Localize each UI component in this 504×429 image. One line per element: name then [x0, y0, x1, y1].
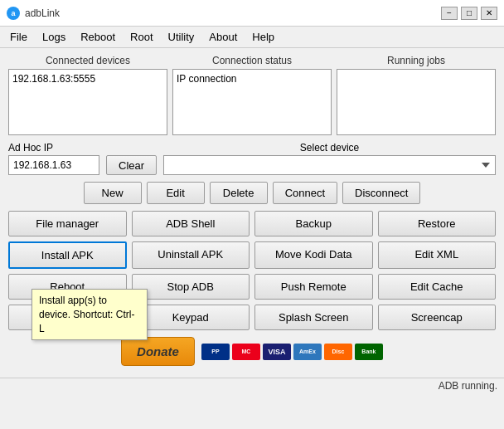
menu-root[interactable]: Root — [124, 28, 159, 46]
connection-status-box: IP connection — [172, 69, 332, 135]
status-bar: ADB running. — [0, 378, 504, 393]
connection-status-label: Connection status — [172, 55, 332, 66]
move-kodi-data-button[interactable]: Move Kodi Data — [254, 241, 373, 269]
connected-devices-box: 192.168.1.63:5555 — [8, 69, 167, 135]
running-jobs-panel: Running jobs — [337, 55, 496, 135]
device-select[interactable] — [163, 155, 496, 175]
visa-icon: VISA — [263, 344, 291, 360]
screencap-button[interactable]: Screencap — [378, 305, 497, 330]
payment-icons: PP MC VISA AmEx Disc Bank — [201, 344, 383, 360]
maximize-button[interactable]: □ — [461, 7, 477, 20]
stop-adb-button[interactable]: Stop ADB — [132, 274, 250, 300]
restore-button[interactable]: Restore — [378, 211, 497, 236]
keypad-button[interactable]: Keypad — [132, 305, 250, 330]
connected-devices-panel: Connected devices 192.168.1.63:5555 — [8, 55, 167, 135]
connection-status-value: IP connection — [177, 73, 327, 85]
adb-shell-button[interactable]: ADB Shell — [132, 211, 250, 236]
clear-button[interactable]: Clear — [106, 155, 157, 175]
title-bar-text: adbLink — [25, 7, 441, 19]
action-buttons-row: New Edit Delete Connect Disconnect — [8, 182, 496, 204]
backup-button[interactable]: Backup — [254, 211, 373, 236]
amex-icon: AmEx — [293, 344, 322, 360]
running-jobs-box — [337, 69, 496, 135]
push-remote-button[interactable]: Push Remote — [254, 274, 373, 300]
menu-about[interactable]: About — [202, 28, 244, 46]
menu-file[interactable]: File — [3, 28, 34, 46]
disconnect-button[interactable]: Disconnect — [342, 182, 420, 204]
menu-utility[interactable]: Utility — [162, 28, 201, 46]
paypal-icon: PP — [201, 344, 230, 360]
connected-devices-label: Connected devices — [8, 55, 167, 66]
running-jobs-label: Running jobs — [337, 55, 496, 66]
install-apk-tooltip: Install app(s) to device. Shortcut: Ctrl… — [32, 289, 148, 340]
bank-icon: Bank — [355, 344, 383, 360]
title-bar: a adbLink − □ ✕ — [0, 0, 504, 27]
new-button[interactable]: New — [84, 182, 142, 204]
connection-status-panel: Connection status IP connection — [172, 55, 332, 135]
adhoc-row: Ad Hoc IP Clear Select device — [8, 142, 496, 175]
title-bar-controls: − □ ✕ — [441, 7, 497, 20]
minimize-button[interactable]: − — [441, 7, 458, 20]
connect-button[interactable]: Connect — [273, 182, 337, 204]
adhoc-input[interactable] — [8, 155, 99, 175]
close-button[interactable]: ✕ — [481, 7, 497, 20]
edit-button[interactable]: Edit — [147, 182, 205, 204]
install-apk-button[interactable]: Install APK — [8, 241, 127, 269]
file-manager-button[interactable]: File manager — [8, 211, 127, 236]
status-text: ADB running. — [439, 380, 497, 392]
menu-help[interactable]: Help — [245, 28, 281, 46]
uninstall-apk-button[interactable]: Uninstall APK — [132, 241, 250, 269]
adhoc-group: Ad Hoc IP — [8, 142, 99, 175]
mastercard-icon: MC — [232, 344, 260, 360]
menu-bar: File Logs Reboot Root Utility About Help — [0, 27, 504, 48]
donate-button[interactable]: Donate — [121, 337, 195, 366]
menu-reboot[interactable]: Reboot — [74, 28, 122, 46]
menu-logs[interactable]: Logs — [36, 28, 72, 46]
device-select-label: Select device — [163, 142, 496, 154]
app-icon: a — [7, 7, 20, 20]
panels-row: Connected devices 192.168.1.63:5555 Conn… — [8, 55, 496, 135]
connected-device-entry: 192.168.1.63:5555 — [12, 73, 163, 85]
donate-row: Donate PP MC VISA AmEx Disc Bank — [8, 337, 496, 366]
adhoc-label: Ad Hoc IP — [8, 142, 99, 154]
edit-cache-button[interactable]: Edit Cache — [378, 274, 497, 300]
splash-screen-button[interactable]: Splash Screen — [254, 305, 373, 330]
device-select-group: Select device — [163, 142, 496, 175]
discover-icon: Disc — [324, 344, 352, 360]
delete-button[interactable]: Delete — [210, 182, 268, 204]
edit-xml-button[interactable]: Edit XML — [378, 241, 497, 269]
